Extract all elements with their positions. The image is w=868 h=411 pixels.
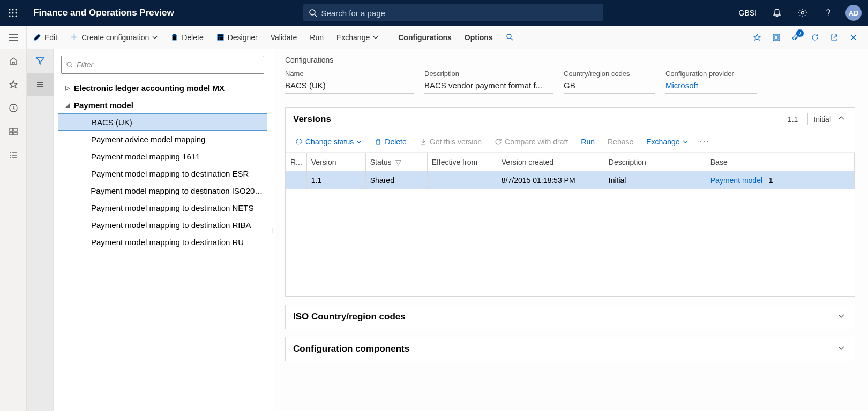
- cell-r[interactable]: [286, 171, 307, 189]
- expand-icon[interactable]: [835, 342, 847, 356]
- configuration-tree[interactable]: ▷Electronic ledger accounting model MX◢P…: [58, 79, 267, 411]
- tree-node-label: Electronic ledger accounting model MX: [74, 83, 225, 93]
- tree-filter[interactable]: [61, 56, 264, 74]
- provider-value[interactable]: Microsoft: [665, 80, 757, 94]
- tree-caret-icon[interactable]: ◢: [61, 102, 74, 109]
- create-configuration-button[interactable]: Create configuration: [64, 26, 164, 49]
- description-value[interactable]: BACS vendor payment format f...: [424, 80, 553, 94]
- exchange-version-button[interactable]: Exchange: [641, 134, 693, 150]
- col-version[interactable]: Version: [306, 153, 365, 171]
- popout-icon[interactable]: [825, 28, 843, 47]
- company-picker[interactable]: GBSI: [732, 0, 763, 26]
- col-effective[interactable]: Effective from: [427, 153, 497, 171]
- search-input[interactable]: [321, 9, 598, 18]
- close-icon[interactable]: [844, 28, 863, 47]
- collapse-icon[interactable]: [835, 112, 847, 126]
- designer-button[interactable]: Designer: [210, 26, 264, 49]
- tree-node[interactable]: Payment model mapping to destination RU: [58, 233, 267, 250]
- edit-label: Edit: [44, 33, 57, 42]
- more-actions-icon[interactable]: ···: [695, 137, 714, 147]
- configurations-tab[interactable]: Configurations: [392, 26, 458, 49]
- notifications-icon[interactable]: [765, 0, 789, 26]
- tree-node[interactable]: Payment model mapping to destination ESR: [58, 165, 267, 182]
- designer-label: Designer: [228, 33, 258, 42]
- country-codes-value[interactable]: GB: [564, 80, 655, 94]
- tree-filter-input[interactable]: [77, 60, 259, 69]
- run-version-button[interactable]: Run: [575, 134, 600, 150]
- chevron-down-icon: [356, 139, 362, 144]
- tree-caret-icon[interactable]: ▷: [61, 85, 74, 92]
- validate-button[interactable]: Validate: [264, 26, 304, 49]
- exchange-button[interactable]: Exchange: [330, 26, 385, 49]
- refresh-icon[interactable]: [806, 28, 824, 47]
- recent-icon[interactable]: [0, 96, 27, 120]
- delete-version-button[interactable]: Delete: [369, 134, 411, 150]
- list-view-icon[interactable]: [27, 73, 54, 96]
- tree-node[interactable]: BACS (UK): [58, 113, 267, 131]
- col-base[interactable]: Base: [706, 153, 854, 171]
- col-description[interactable]: Description: [604, 153, 706, 171]
- modules-icon[interactable]: [0, 143, 27, 167]
- attachments-icon[interactable]: 0: [787, 28, 805, 47]
- status-icon: [295, 138, 303, 146]
- filter-icon[interactable]: ▽: [395, 158, 401, 166]
- compare-button: Compare with draft: [489, 134, 573, 150]
- expand-icon[interactable]: [835, 310, 847, 324]
- name-value[interactable]: BACS (UK): [285, 80, 414, 94]
- app-launcher-icon[interactable]: [0, 0, 26, 26]
- versions-meta-version: 1.1: [788, 115, 802, 124]
- cell-status[interactable]: Shared: [365, 171, 427, 189]
- find-button[interactable]: [499, 26, 520, 49]
- settings-icon[interactable]: [791, 0, 814, 26]
- tree-node-label: Payment advice model mapping: [91, 135, 205, 144]
- page-options-icon[interactable]: [767, 28, 785, 47]
- tree-node-label: Payment model mapping to destination RIB…: [91, 220, 251, 230]
- splitter-handle[interactable]: [272, 49, 275, 411]
- svg-point-4: [12, 12, 14, 14]
- tree-node-label: BACS (UK): [92, 118, 132, 127]
- tree-node[interactable]: ▷Electronic ledger accounting model MX: [58, 79, 267, 96]
- search-icon: [66, 61, 73, 68]
- svg-point-5: [16, 12, 17, 14]
- favorites-icon[interactable]: [0, 73, 27, 96]
- options-tab[interactable]: Options: [458, 26, 499, 49]
- global-search[interactable]: [303, 4, 603, 21]
- col-created[interactable]: Version created: [497, 153, 604, 171]
- change-status-button[interactable]: Change status: [290, 134, 367, 150]
- workspaces-icon[interactable]: [0, 120, 27, 143]
- tree-node[interactable]: ◢Payment model: [58, 96, 267, 113]
- tree-node[interactable]: Payment model mapping 1611: [58, 148, 267, 165]
- svg-point-21: [507, 34, 511, 39]
- col-status[interactable]: Status ▽: [365, 153, 427, 171]
- pencil-icon: [33, 33, 41, 41]
- cell-version[interactable]: 1.1: [306, 171, 365, 189]
- edit-button[interactable]: Edit: [27, 26, 64, 49]
- nav-toggle-icon[interactable]: [0, 26, 27, 49]
- cell-created[interactable]: 8/7/2015 01:18:53 PM: [497, 171, 604, 189]
- tree-node[interactable]: Payment advice model mapping: [58, 131, 267, 148]
- cell-effective[interactable]: [427, 171, 497, 189]
- tree-node[interactable]: Payment model mapping to destination RIB…: [58, 216, 267, 233]
- cell-description[interactable]: Initial: [604, 171, 706, 189]
- country-codes-label: Country/region codes: [564, 70, 655, 78]
- home-icon[interactable]: [0, 49, 27, 73]
- tree-node[interactable]: Payment model mapping to destination NET…: [58, 199, 267, 216]
- versions-table[interactable]: R... Version Status ▽ Effective from Ver…: [286, 153, 855, 189]
- help-icon[interactable]: [817, 0, 840, 26]
- tree-node[interactable]: Payment model mapping to destination ISO…: [58, 182, 267, 199]
- table-row[interactable]: 1.1Shared8/7/2015 01:18:53 PMInitialPaym…: [286, 171, 855, 189]
- delete-button[interactable]: Delete: [164, 26, 209, 49]
- chevron-down-icon: [373, 35, 378, 40]
- personalize-icon[interactable]: [748, 28, 766, 47]
- user-avatar[interactable]: AD: [845, 5, 862, 21]
- run-button[interactable]: Run: [303, 26, 330, 49]
- svg-rect-28: [10, 128, 13, 131]
- cell-base[interactable]: Payment model 1: [706, 171, 854, 189]
- col-r[interactable]: R...: [286, 153, 307, 171]
- versions-toolbar: Change status Delete Get this version Co…: [286, 131, 855, 153]
- filter-icon[interactable]: [27, 49, 54, 73]
- filter-strip: [27, 49, 54, 411]
- description-label: Description: [424, 70, 553, 78]
- provider-label: Configuration provider: [665, 70, 757, 78]
- trash-icon: [170, 33, 178, 41]
